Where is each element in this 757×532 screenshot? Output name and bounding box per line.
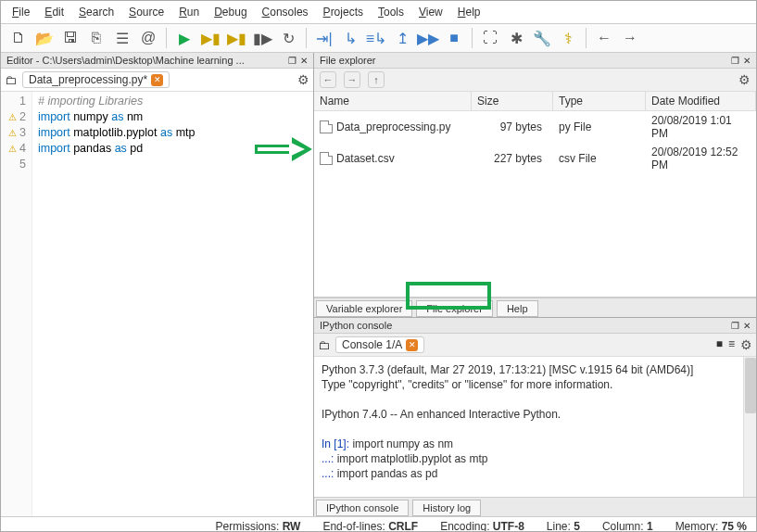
menu-item-tools[interactable]: Tools — [372, 4, 410, 20]
console-title-bar: IPython console ❐✕ — [314, 318, 756, 334]
annotation-highlight — [406, 282, 491, 310]
at-icon[interactable]: @ — [138, 28, 158, 48]
debug-into-icon[interactable]: ↳ — [340, 28, 360, 48]
debug-stop-icon[interactable]: ■ — [444, 28, 464, 48]
forward-icon[interactable]: → — [620, 28, 640, 48]
close-tab-icon[interactable]: ✕ — [151, 74, 163, 86]
file-nav-row: ← → ↑ ⚙ — [314, 69, 756, 92]
run-selection-icon[interactable]: ▮▶ — [252, 28, 272, 48]
editor-gear-icon[interactable]: ⚙ — [297, 72, 309, 87]
file-table[interactable]: Name Size Type Date Modified Data_prepro… — [314, 92, 756, 298]
undock-icon[interactable]: ❐ — [288, 56, 296, 66]
main-area: Editor - C:\Users\admin\Desktop\Machine … — [1, 53, 756, 516]
tab-history-log[interactable]: History log — [412, 500, 481, 516]
menu-item-help[interactable]: Help — [452, 4, 486, 20]
col-name[interactable]: Name — [314, 92, 472, 110]
editor-tab[interactable]: Data_preprocessing.py* ✕ — [22, 71, 170, 88]
svg-rect-2 — [258, 147, 289, 151]
maximize-icon[interactable]: ⛶ — [480, 28, 500, 48]
open-folder-icon[interactable]: 📂 — [34, 28, 55, 48]
menu-bar: FileEditSearchSourceRunDebugConsolesProj… — [1, 1, 756, 24]
console-bottom-tabs: IPython consoleHistory log — [314, 497, 756, 516]
console-title: IPython console — [320, 320, 392, 331]
console-stop-icon[interactable]: ■ — [716, 337, 723, 352]
explorer-tabs: Variable explorerFile explorerHelp — [314, 298, 756, 317]
menu-item-run[interactable]: Run — [173, 4, 205, 20]
menu-item-debug[interactable]: Debug — [208, 4, 252, 20]
status-bar: Permissions: RW End-of-lines: CRLF Encod… — [1, 516, 756, 532]
run-cell-icon[interactable]: ▶▮ — [200, 28, 221, 48]
console-tab-row: 🗀 Console 1/A ✕ ■ ≡ ⚙ — [314, 334, 756, 357]
tab-help[interactable]: Help — [497, 300, 538, 317]
menu-item-projects[interactable]: Projects — [318, 4, 369, 20]
menu-item-consoles[interactable]: Consoles — [257, 4, 314, 20]
console-output[interactable]: Python 3.7.3 (default, Mar 27 2019, 17:1… — [314, 357, 756, 497]
console-line: Python 3.7.3 (default, Mar 27 2019, 17:1… — [322, 362, 749, 377]
undock-icon[interactable]: ❐ — [731, 56, 739, 66]
run-icon[interactable]: ▶ — [174, 28, 195, 48]
file-explorer-title: File explorer — [320, 55, 376, 66]
nav-back-icon[interactable]: ← — [320, 71, 336, 88]
save-all-icon[interactable]: ⎘ — [86, 28, 107, 48]
editor-pane: Editor - C:\Users\admin\Desktop\Machine … — [1, 53, 314, 516]
tab-variable-explorer[interactable]: Variable explorer — [316, 300, 412, 317]
cont-prompt: ...: — [322, 467, 334, 480]
file-browse-icon[interactable]: 🗀 — [5, 73, 17, 87]
console-gear-icon[interactable]: ⚙ — [740, 337, 752, 352]
preferences-icon[interactable]: 🔧 — [532, 28, 552, 48]
console-line: IPython 7.4.0 -- An enhanced Interactive… — [322, 407, 749, 422]
debug-step-icon[interactable]: ⇥| — [314, 28, 334, 48]
editor-pane-title: Editor - C:\Users\admin\Desktop\Machine … — [1, 53, 313, 69]
code-area[interactable]: # importing Librariesimport numpy as nmi… — [32, 92, 201, 516]
list-icon[interactable]: ☰ — [112, 28, 132, 48]
file-row[interactable]: Data_preprocessing.py97 bytespy File20/0… — [314, 111, 756, 143]
debug-over-icon[interactable]: ≡↳ — [366, 28, 386, 48]
undock-icon[interactable]: ❐ — [731, 321, 739, 331]
console-tab-label: Console 1/A — [342, 338, 402, 351]
menu-item-edit[interactable]: Edit — [39, 4, 69, 20]
menu-item-file[interactable]: File — [6, 4, 35, 20]
editor-tab-row: 🗀 Data_preprocessing.py* ✕ ⚙ — [1, 69, 313, 92]
debug-out-icon[interactable]: ↥ — [392, 28, 412, 48]
console-browse-icon[interactable]: 🗀 — [318, 338, 330, 352]
menu-item-view[interactable]: View — [413, 4, 448, 20]
save-icon[interactable]: 🖫 — [60, 28, 81, 48]
col-size[interactable]: Size — [472, 92, 553, 110]
fullscreen-icon[interactable]: ✱ — [506, 28, 526, 48]
nav-up-icon[interactable]: ↑ — [368, 71, 385, 88]
console-options-icon[interactable]: ≡ — [728, 337, 735, 352]
console-scrollbar[interactable] — [743, 357, 756, 497]
python-path-icon[interactable]: ⚕ — [558, 28, 578, 48]
console-pane: IPython console ❐✕ 🗀 Console 1/A ✕ ■ ≡ ⚙… — [314, 317, 756, 516]
line-gutter: 1⚠2⚠3⚠45 — [1, 92, 32, 516]
console-line: Type "copyright", "credits" or "license"… — [322, 377, 749, 392]
close-pane-icon[interactable]: ✕ — [300, 56, 308, 66]
nav-forward-icon[interactable]: → — [344, 71, 360, 88]
close-tab-icon[interactable]: ✕ — [406, 339, 418, 351]
cont-prompt: ...: — [322, 452, 334, 465]
close-pane-icon[interactable]: ✕ — [743, 56, 751, 66]
col-date[interactable]: Date Modified — [646, 92, 756, 110]
console-tab[interactable]: Console 1/A ✕ — [335, 336, 424, 353]
file-explorer-title-bar: File explorer ❐✕ — [314, 53, 756, 69]
rerun-icon[interactable]: ↻ — [278, 28, 298, 48]
col-type[interactable]: Type — [553, 92, 646, 110]
close-pane-icon[interactable]: ✕ — [743, 321, 751, 331]
editor-tab-label: Data_preprocessing.py* — [29, 73, 147, 86]
tab-ipython-console[interactable]: IPython console — [316, 500, 409, 516]
annotation-arrow — [255, 137, 312, 161]
right-pane: File explorer ❐✕ ← → ↑ ⚙ Name Size Type … — [314, 53, 756, 516]
file-row[interactable]: Dataset.csv227 bytescsv File20/08/2019 1… — [314, 143, 756, 174]
new-file-icon[interactable]: 🗋 — [8, 28, 29, 48]
file-gear-icon[interactable]: ⚙ — [738, 72, 751, 87]
menu-item-search[interactable]: Search — [73, 4, 120, 20]
back-icon[interactable]: ← — [594, 28, 614, 48]
run-cell-advance-icon[interactable]: ▶▮ — [226, 28, 246, 48]
in-prompt: In [1]: — [322, 437, 349, 450]
file-table-header[interactable]: Name Size Type Date Modified — [314, 92, 756, 111]
main-toolbar: 🗋 📂 🖫 ⎘ ☰ @ ▶ ▶▮ ▶▮ ▮▶ ↻ ⇥| ↳ ≡↳ ↥ ▶▶ ■ … — [1, 24, 756, 53]
menu-item-source[interactable]: Source — [123, 4, 170, 20]
debug-continue-icon[interactable]: ▶▶ — [418, 28, 438, 48]
editor-title: Editor - C:\Users\admin\Desktop\Machine … — [6, 55, 245, 66]
